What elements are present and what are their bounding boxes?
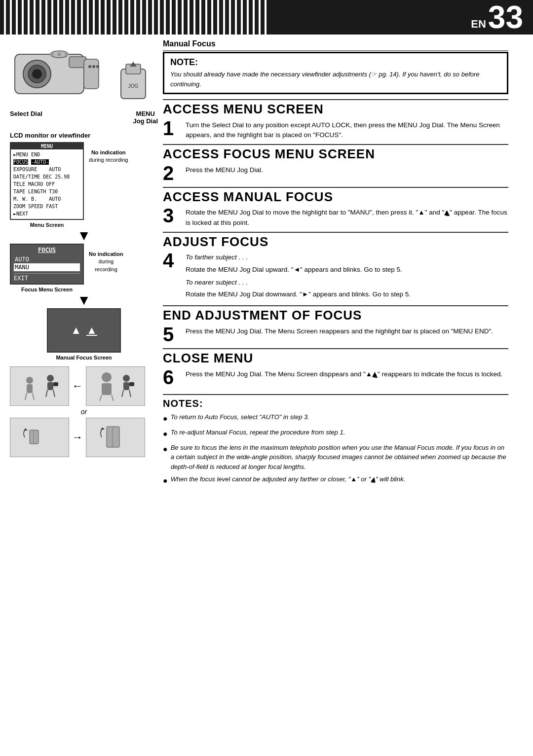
arrow-down-2: ▼ — [10, 293, 158, 307]
step-5-text: Press the MENU Jog Dial. The Menu Screen… — [186, 324, 493, 336]
arrow-down-1: ▼ — [10, 229, 158, 243]
note-item-3: ● Be sure to focus the lens in the maxim… — [163, 443, 508, 472]
menu-item-zoom: ZOOM SPEED FAST — [13, 203, 80, 210]
svg-point-32 — [123, 375, 130, 382]
step-2-row: 2 Press the MENU Jog Dial. — [163, 163, 508, 183]
svg-text:JOG: JOG — [128, 83, 139, 89]
left-column: JOG Select Dial MENU Jog Dial LCD monito… — [10, 39, 158, 457]
menu-item-focus: FOCUS -AUTO- — [13, 158, 80, 166]
svg-line-34 — [122, 390, 123, 397]
note-item-1: ● To return to Auto Focus, select "AUTO"… — [163, 412, 508, 425]
camera-labels: Select Dial MENU Jog Dial — [10, 110, 158, 125]
section-4-title-bar: ADJUST FOCUS — [163, 232, 508, 249]
bottom-illustrations: ← — [10, 366, 158, 457]
arrow-right-icon: → — [72, 431, 83, 444]
svg-point-12 — [88, 65, 91, 68]
camera-area: JOG — [10, 39, 158, 105]
step-4-row: 4 To farther subject . . . Rotate the ME… — [163, 251, 508, 301]
menu-screen-label: Menu Screen — [30, 222, 64, 228]
svg-rect-40 — [107, 427, 119, 447]
svg-rect-29 — [102, 383, 112, 395]
sub-step-2-text: Rotate the MENU Jog Dial downward. "►" a… — [186, 289, 411, 299]
svg-point-7 — [57, 52, 61, 56]
menu-screen-header: MENU — [11, 143, 83, 149]
svg-point-8 — [65, 52, 69, 56]
svg-point-11 — [96, 65, 99, 68]
svg-rect-36 — [129, 382, 134, 386]
menu-item-date: DATE/TIME DEC 25.98 — [13, 173, 80, 180]
menu-label: MENU — [133, 110, 158, 117]
no-indication-label-2: No indication during recording — [89, 251, 123, 273]
svg-line-25 — [46, 390, 47, 397]
illus-row-2: → — [10, 418, 158, 457]
lcd-section: LCD monitor or viewfinder MENU ►MENU END… — [10, 132, 158, 457]
svg-point-10 — [92, 65, 95, 68]
svg-rect-9 — [84, 59, 99, 89]
or-text: or — [10, 408, 158, 416]
step-6-text: Press the MENU Jog Dial. The Menu Screen… — [186, 367, 502, 379]
section-6-heading: CLOSE MENU — [163, 351, 508, 365]
note-item-4: ● When the focus level cannot be adjuste… — [163, 474, 508, 487]
svg-line-35 — [129, 390, 131, 397]
svg-line-26 — [53, 390, 55, 397]
manual-focus-screen: ▲ ▲ — [47, 308, 121, 353]
step-5-number: 5 — [163, 324, 181, 344]
right-column: Manual Focus NOTE: You should already ha… — [163, 39, 518, 490]
note-item-2: ● To re-adjust Manual Focus, repeat the … — [163, 428, 508, 440]
notes-list: ● To return to Auto Focus, select "AUTO"… — [163, 412, 508, 487]
step-4-number: 4 — [163, 251, 181, 270]
arrow-left-icon: ← — [72, 380, 83, 393]
step-2-text: Press the MENU Jog Dial. — [186, 163, 263, 175]
manual-focus-screen-label: Manual Focus Screen — [56, 355, 112, 360]
note-box: NOTE: You should already have made the n… — [163, 52, 508, 94]
menu-dial-illustration: JOG — [114, 59, 153, 105]
bullet-3: ● — [163, 443, 168, 472]
step-1-row: 1 Turn the Select Dial to any position e… — [163, 118, 508, 141]
section-5-title-bar: END ADJUSTMENT OF FOCUS — [163, 305, 508, 323]
svg-line-31 — [112, 395, 114, 401]
notes-section: NOTES: ● To return to Auto Focus, select… — [163, 394, 508, 487]
svg-point-28 — [102, 372, 112, 382]
step-3-row: 3 Rotate the MENU Jog Dial to move the h… — [163, 206, 508, 228]
focus-screen-block: FOCUS AUTO MANU EXIT Focus Menu Screen — [10, 244, 84, 292]
notes-title: NOTES: — [163, 398, 508, 409]
svg-point-23 — [47, 375, 54, 382]
menu-item: ►MENU END — [13, 151, 80, 158]
svg-line-21 — [25, 393, 27, 400]
section-3-heading: ACCESS MANUAL FOCUS — [163, 190, 508, 204]
focus-screen-label: Focus Menu Screen — [21, 287, 73, 292]
header-bar: EN 33 — [266, 0, 533, 35]
svg-line-22 — [33, 393, 34, 400]
page-number: 33 — [488, 1, 523, 33]
section-6-title-bar: CLOSE MENU — [163, 348, 508, 365]
svg-marker-39 — [24, 429, 28, 431]
step-6-row: 6 Press the MENU Jog Dial. The Menu Scre… — [163, 367, 508, 387]
step-1-number: 1 — [163, 118, 181, 138]
menu-item-mwb: M. W. B. AUTO — [13, 195, 80, 203]
menu-screen-block: MENU ►MENU END FOCUS -AUTO- EXPOSURE AUT… — [10, 142, 84, 228]
step-5-row: 5 Press the MENU Jog Dial. The Menu Scre… — [163, 324, 508, 344]
svg-marker-42 — [101, 428, 105, 430]
no-indication-label: No indication during recording — [89, 149, 128, 164]
screens-row: MENU ►MENU END FOCUS -AUTO- EXPOSURE AUT… — [10, 142, 158, 228]
sub-step-1-text: Rotate the MENU Jog Dial upward. "◄" app… — [186, 265, 411, 275]
svg-rect-37 — [30, 430, 38, 444]
svg-rect-20 — [27, 384, 33, 393]
focus-auto-item: AUTO — [14, 255, 80, 263]
step-4-text: To farther subject . . . Rotate the MENU… — [186, 251, 411, 301]
svg-rect-24 — [47, 382, 53, 390]
svg-point-6 — [50, 52, 54, 56]
section-2-title-bar: ACCESS FOCUS MENU SCREEN — [163, 144, 508, 161]
camera-illustration — [10, 39, 104, 105]
note-title: NOTE: — [170, 57, 501, 68]
jog-dial-label: Jog Dial — [133, 117, 158, 125]
no-indication-block-2: No indication during recording — [89, 244, 123, 273]
section-1-title-bar: ACCESS MENU SCREEN — [163, 99, 508, 116]
note-text: You should already have made the necessa… — [170, 70, 501, 89]
svg-rect-27 — [53, 382, 58, 386]
illus-book-near — [86, 418, 145, 457]
step-2-number: 2 — [163, 163, 181, 183]
sub-step-2-label: To nearer subject . . . — [186, 279, 248, 286]
focus-exit-item: EXIT — [14, 273, 80, 282]
section-2-heading: ACCESS FOCUS MENU SCREEN — [163, 147, 508, 161]
